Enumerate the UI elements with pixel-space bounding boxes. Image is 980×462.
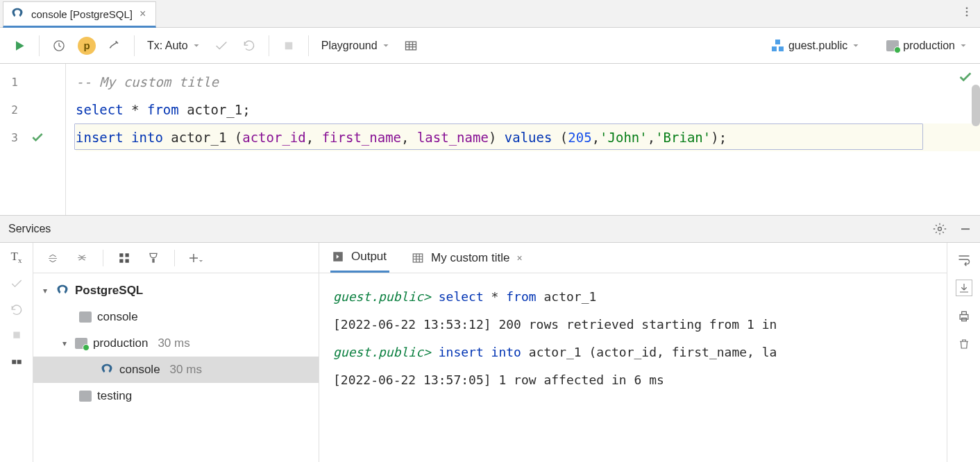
datasource-label: production (903, 40, 955, 52)
tx-mode-label: Tx: Auto (147, 40, 188, 52)
session-dropdown[interactable]: Playground (316, 33, 396, 58)
chevron-down-icon (959, 42, 968, 50)
toolbar-divider (269, 35, 269, 56)
chevron-down-icon[interactable]: ▾ (40, 286, 50, 296)
result-tab[interactable]: My custom title × (410, 243, 525, 273)
tree-node-testing[interactable]: testing (33, 383, 319, 409)
editor-code-area[interactable]: -- My custom title select * from actor_1… (66, 64, 980, 215)
svg-rect-12 (126, 253, 129, 257)
close-icon[interactable]: × (516, 253, 522, 264)
services-left-toolbar: Tx (0, 243, 33, 462)
services-panel-header: Services (0, 215, 980, 243)
output-line: guest.public> select * from actor_1 (333, 283, 947, 311)
svg-point-6 (938, 228, 942, 231)
layout-icon[interactable] (10, 353, 23, 366)
svg-rect-4 (285, 42, 292, 49)
toolbar-divider (134, 35, 135, 56)
output-side-toolbar (947, 243, 980, 462)
tree-node-console[interactable]: console (33, 304, 319, 330)
collapse-all-button[interactable] (69, 246, 94, 271)
editor-toolbar: p Tx: Auto Playground guest.public produ… (0, 28, 980, 64)
close-icon[interactable]: × (140, 8, 146, 19)
rollback-icon[interactable] (10, 303, 24, 317)
scroll-to-end-icon[interactable] (956, 280, 972, 296)
svg-rect-11 (119, 253, 123, 257)
editor-gutter: 1 2 3 (0, 64, 66, 215)
history-button[interactable] (47, 33, 71, 58)
code-line: select * from actor_1; (76, 96, 980, 123)
tree-label: console (97, 310, 138, 324)
datasource-icon (886, 40, 899, 51)
toolbar-divider (39, 35, 40, 56)
add-button[interactable] (183, 246, 208, 271)
output-console[interactable]: guest.public> select * from actor_1 [202… (319, 273, 947, 462)
run-button[interactable] (7, 33, 32, 58)
svg-point-1 (966, 11, 968, 13)
services-output-panel: Output My custom title × guest.public> s… (319, 243, 980, 462)
tree-label: production (93, 336, 148, 350)
tree-node-production[interactable]: ▾ production 30 ms (33, 330, 319, 357)
chevron-down-icon (192, 42, 201, 50)
tree-label: console (119, 363, 160, 377)
schema-dropdown[interactable]: guest.public (766, 33, 865, 58)
tree-label: PostgreSQL (75, 284, 143, 298)
svg-point-2 (966, 15, 968, 17)
services-panel: Tx ▾ PostgreSQL console (0, 243, 980, 462)
svg-rect-17 (413, 254, 423, 262)
tree-timing: 30 ms (158, 336, 189, 350)
postgresql-icon (100, 363, 114, 377)
svg-rect-10 (17, 360, 21, 364)
output-line: [2022-06-22 13:57:05] 1 row affected in … (333, 366, 947, 394)
filter-button[interactable] (141, 246, 166, 271)
schema-icon (772, 40, 784, 52)
stop-icon[interactable] (11, 330, 22, 341)
clear-icon[interactable] (958, 337, 970, 351)
output-icon (332, 250, 344, 263)
commit-button[interactable] (209, 33, 234, 58)
code-comment: -- My custom title (76, 74, 219, 89)
view-as-table-button[interactable] (398, 33, 423, 58)
chevron-down-icon (382, 42, 390, 50)
p-badge-icon: p (78, 37, 96, 55)
minimize-icon[interactable] (959, 223, 972, 235)
tree-node-postgresql[interactable]: ▾ PostgreSQL (33, 277, 319, 304)
tree-node-production-console[interactable]: console 30 ms (33, 357, 319, 383)
chevron-down-icon[interactable]: ▾ (60, 339, 69, 348)
tree-label: testing (97, 389, 132, 403)
output-tab[interactable]: Output (330, 243, 389, 273)
parameters-button[interactable]: p (74, 33, 99, 58)
services-tree-toolbar (33, 243, 319, 273)
gear-icon[interactable] (933, 222, 947, 236)
datasource-dropdown[interactable]: production (881, 33, 973, 58)
tx-icon[interactable]: Tx (11, 250, 22, 264)
rollback-button[interactable] (237, 33, 262, 58)
services-tree-panel: ▾ PostgreSQL console ▾ production 30 ms … (33, 243, 319, 462)
svg-rect-19 (961, 311, 966, 314)
svg-rect-8 (13, 332, 19, 339)
editor-scrollbar[interactable] (972, 85, 980, 126)
editor-tab-console[interactable]: console [PostgreSQL] × (3, 1, 156, 28)
output-tabs: Output My custom title × (319, 243, 947, 273)
postgresql-icon (56, 284, 69, 298)
svg-rect-7 (961, 228, 970, 230)
commit-icon[interactable] (10, 277, 24, 291)
group-button[interactable] (112, 246, 137, 271)
checkmark-icon (31, 130, 44, 144)
stop-button[interactable] (276, 33, 301, 58)
table-icon (412, 252, 424, 264)
more-menu-icon[interactable] (961, 6, 973, 18)
tx-mode-dropdown[interactable]: Tx: Auto (142, 33, 206, 58)
inspection-status-icon[interactable] (958, 69, 973, 85)
editor-tabs-bar: console [PostgreSQL] × (0, 0, 980, 28)
code-line: insert into actor_1 (actor_id, first_nam… (76, 123, 980, 151)
sql-editor[interactable]: 1 2 3 -- My custom title select * from a… (0, 64, 980, 215)
soft-wrap-icon[interactable] (957, 253, 971, 266)
settings-button[interactable] (102, 33, 127, 58)
expand-all-button[interactable] (40, 246, 65, 271)
editor-tab-title: console [PostgreSQL] (31, 8, 133, 20)
print-icon[interactable] (957, 309, 971, 323)
svg-rect-5 (405, 42, 416, 50)
services-tree[interactable]: ▾ PostgreSQL console ▾ production 30 ms … (33, 273, 319, 462)
svg-rect-14 (126, 259, 129, 262)
svg-rect-15 (152, 258, 154, 262)
